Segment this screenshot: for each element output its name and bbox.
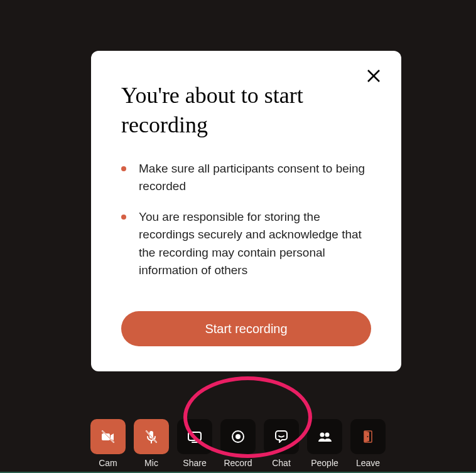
svg-point-14 <box>325 433 330 437</box>
leave-label: Leave <box>356 458 380 468</box>
close-icon <box>367 69 381 83</box>
chat-tool-item: Chat <box>264 419 299 468</box>
svg-rect-9 <box>188 432 201 440</box>
chat-button[interactable] <box>264 419 299 454</box>
record-icon <box>229 428 247 445</box>
close-button[interactable] <box>364 66 384 86</box>
bullet-dot-icon <box>121 215 126 220</box>
bullet-item: You are responsible for storing the reco… <box>121 208 371 280</box>
leave-button[interactable] <box>350 419 386 454</box>
people-label: People <box>311 458 338 468</box>
cam-button[interactable] <box>90 419 126 454</box>
bullet-text: You are responsible for storing the reco… <box>139 208 371 280</box>
start-recording-button[interactable]: Start recording <box>121 311 371 346</box>
call-toolbar: Cam Mic Share <box>0 419 476 472</box>
mic-off-icon <box>143 428 160 445</box>
bullet-item: Make sure all participants consent to be… <box>121 160 371 196</box>
mic-label: Mic <box>144 458 158 468</box>
record-label: Record <box>224 458 252 468</box>
people-icon <box>316 428 333 445</box>
share-button[interactable] <box>177 419 212 454</box>
bullet-dot-icon <box>121 166 126 171</box>
svg-point-12 <box>235 434 241 439</box>
modal-title: You're about to start recording <box>121 81 371 140</box>
cam-tool-item: Cam <box>90 419 126 468</box>
mic-button[interactable] <box>134 419 169 454</box>
bullet-text: Make sure all participants consent to be… <box>139 160 371 196</box>
camera-off-icon <box>99 428 117 445</box>
leave-tool-item: Leave <box>350 419 386 468</box>
record-button[interactable] <box>220 419 256 454</box>
leave-door-icon <box>359 428 377 445</box>
people-button[interactable] <box>307 419 342 454</box>
people-tool-item: People <box>307 419 342 468</box>
record-tool-item: Record <box>220 419 256 468</box>
svg-point-13 <box>320 433 325 437</box>
recording-modal: You're about to start recording Make sur… <box>91 51 401 371</box>
chat-icon <box>273 428 290 445</box>
cam-label: Cam <box>99 458 117 468</box>
chat-label: Chat <box>272 458 291 468</box>
share-label: Share <box>183 458 206 468</box>
share-tool-item: Share <box>177 419 212 468</box>
screen-share-icon <box>186 428 203 445</box>
modal-bullet-list: Make sure all participants consent to be… <box>121 160 371 311</box>
svg-point-16 <box>367 436 369 437</box>
mic-tool-item: Mic <box>134 419 169 468</box>
